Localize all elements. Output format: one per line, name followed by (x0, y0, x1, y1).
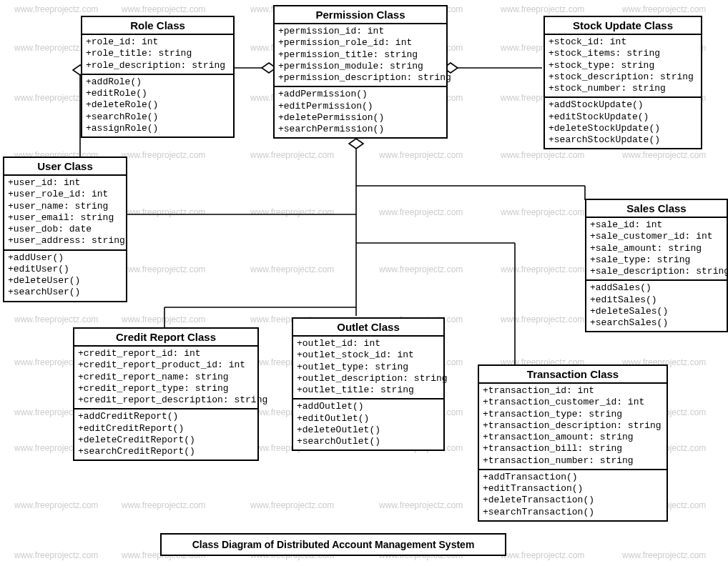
attr: +stock_number: string (549, 83, 697, 94)
op: +addPermission() (278, 89, 443, 100)
class-credit-report: Credit Report Class +credit_report_id: i… (73, 327, 259, 461)
class-ops: +addUser() +editUser() +deleteUser() +se… (4, 249, 126, 301)
attr: +sale_amount: string (590, 243, 723, 254)
watermark-text: www.freeprojectz.com (501, 264, 584, 274)
watermark-text: www.freeprojectz.com (14, 550, 98, 560)
watermark-text: www.freeprojectz.com (501, 207, 584, 217)
op: +addTransaction() (483, 472, 663, 483)
op: +editRole() (86, 88, 230, 99)
class-title: Transaction Class (479, 366, 666, 384)
attr: +permission_id: int (278, 26, 443, 37)
attr: +credit_report_product_id: int (78, 359, 254, 371)
op: +searchPermission() (278, 124, 443, 135)
class-permission: Permission Class +permission_id: int +pe… (273, 5, 448, 139)
watermark-text: www.freeprojectz.com (14, 500, 98, 510)
attr: +transaction_amount: string (483, 432, 663, 443)
class-attrs: +transaction_id: int +transaction_custom… (479, 384, 666, 469)
watermark-text: www.freeprojectz.com (122, 264, 205, 274)
watermark-text: www.freeprojectz.com (250, 500, 334, 510)
attr: +role_title: string (86, 48, 230, 59)
watermark-text: www.freeprojectz.com (250, 150, 334, 160)
op: +assignRole() (86, 123, 230, 134)
attr: +user_dob: date (8, 224, 122, 235)
op: +editSales() (590, 294, 723, 306)
class-attrs: +credit_report_id: int +credit_report_pr… (74, 347, 257, 408)
op: +searchOutlet() (297, 436, 440, 447)
op: +deleteOutlet() (297, 424, 440, 436)
watermark-text: www.freeprojectz.com (379, 500, 463, 510)
attr: +outlet_title: string (297, 384, 440, 396)
op: +searchCreditReport() (78, 446, 254, 457)
class-sales: Sales Class +sale_id: int +sale_customer… (585, 199, 728, 332)
op: +deleteStockUpdate() (549, 123, 697, 134)
op: +editTransaction() (483, 483, 663, 495)
op: +deleteSales() (590, 306, 723, 317)
attr: +stock_type: string (549, 60, 697, 71)
attr: +transaction_number: string (483, 455, 663, 467)
op: +addCreditReport() (78, 411, 254, 422)
class-attrs: +outlet_id: int +outlet_stock_id: int +o… (293, 337, 443, 398)
attr: +transaction_id: int (483, 385, 663, 397)
attr: +role_description: string (86, 60, 230, 71)
watermark-text: www.freeprojectz.com (122, 150, 205, 160)
op: +addUser() (8, 252, 122, 264)
watermark-text: www.freeprojectz.com (379, 207, 463, 217)
watermark-text: www.freeprojectz.com (14, 314, 98, 324)
attr: +transaction_bill: string (483, 443, 663, 455)
class-stock-update: Stock Update Class +stock_id: int +stock… (543, 16, 702, 149)
attr: +stock_description: string (549, 71, 697, 83)
attr: +credit_report_id: int (78, 348, 254, 359)
op: +searchStockUpdate() (549, 134, 697, 146)
class-ops: +addCreditReport() +editCreditReport() +… (74, 408, 257, 460)
attr: +user_role_id: int (8, 189, 122, 200)
class-title: Permission Class (275, 6, 446, 24)
attr: +outlet_stock_id: int (297, 349, 440, 361)
attr: +role_id: int (86, 36, 230, 48)
op: +editCreditReport() (78, 423, 254, 435)
watermark-text: www.freeprojectz.com (501, 314, 584, 324)
class-attrs: +role_id: int +role_title: string +role_… (82, 35, 233, 74)
attr: +sale_id: int (590, 219, 723, 231)
op: +searchUser() (8, 287, 122, 298)
class-title: Credit Report Class (74, 329, 257, 347)
class-title: User Class (4, 158, 126, 176)
class-role: Role Class +role_id: int +role_title: st… (81, 16, 235, 138)
class-attrs: +sale_id: int +sale_customer_id: int +sa… (586, 218, 727, 279)
watermark-text: www.freeprojectz.com (622, 550, 706, 560)
class-ops: +addTransaction() +editTransaction() +de… (479, 469, 666, 520)
diagram-title: Class Diagram of Distributed Account Man… (160, 533, 506, 556)
attr: +stock_items: string (549, 48, 697, 59)
watermark-text: www.freeprojectz.com (14, 4, 98, 14)
op: +searchTransaction() (483, 507, 663, 518)
op: +editStockUpdate() (549, 111, 697, 123)
attr: +sale_description: string (590, 266, 723, 277)
class-ops: +addRole() +editRole() +deleteRole() +se… (82, 74, 233, 136)
class-transaction: Transaction Class +transaction_id: int +… (478, 364, 668, 522)
attr: +credit_report_type: string (78, 383, 254, 394)
watermark-text: www.freeprojectz.com (379, 264, 463, 274)
watermark-text: www.freeprojectz.com (122, 4, 205, 14)
class-outlet: Outlet Class +outlet_id: int +outlet_sto… (292, 317, 445, 451)
op: +deletePermission() (278, 112, 443, 124)
watermark-text: www.freeprojectz.com (122, 314, 205, 324)
attr: +user_email: string (8, 212, 122, 224)
attr: +sale_type: string (590, 254, 723, 266)
attr: +outlet_id: int (297, 338, 440, 349)
op: +deleteTransaction() (483, 495, 663, 506)
op: +searchRole() (86, 111, 230, 123)
attr: +transaction_type: string (483, 409, 663, 420)
op: +deleteRole() (86, 99, 230, 111)
class-ops: +addStockUpdate() +editStockUpdate() +de… (545, 96, 701, 148)
op: +deleteUser() (8, 275, 122, 287)
class-title: Role Class (82, 17, 233, 35)
watermark-text: www.freeprojectz.com (501, 4, 584, 14)
watermark-text: www.freeprojectz.com (122, 207, 205, 217)
attr: +credit_report_name: string (78, 372, 254, 383)
op: +addRole() (86, 76, 230, 88)
attr: +user_name: string (8, 201, 122, 212)
attr: +user_id: int (8, 177, 122, 189)
class-title: Stock Update Class (545, 17, 701, 35)
attr: +permission_role_id: int (278, 37, 443, 49)
class-attrs: +user_id: int +user_role_id: int +user_n… (4, 176, 126, 249)
watermark-text: www.freeprojectz.com (501, 550, 584, 560)
